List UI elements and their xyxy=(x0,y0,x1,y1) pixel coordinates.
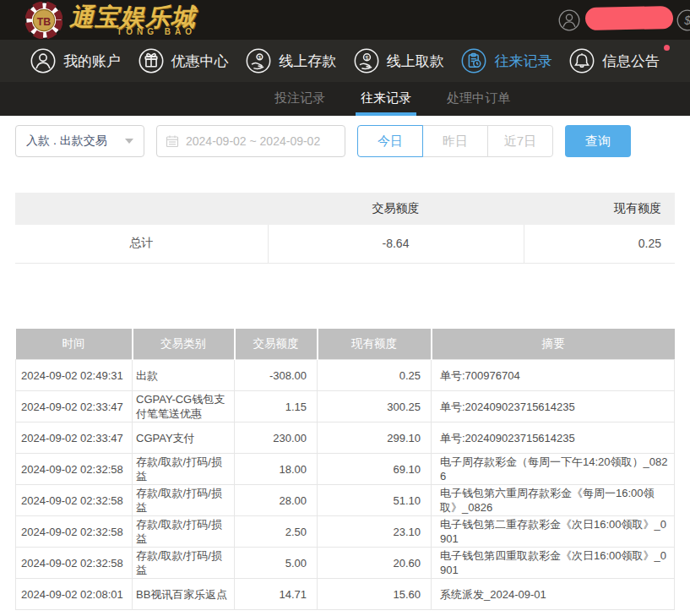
cell-balance: 23.10 xyxy=(318,516,432,548)
cell-type: CGPAY-CG钱包支付笔笔送优惠 xyxy=(133,391,235,422)
poker-chip-icon: TB xyxy=(25,2,62,39)
redaction-blob xyxy=(585,6,674,30)
cell-time: 2024-09-02 02:49:31 xyxy=(16,360,133,391)
summary-trade-amount: -8.64 xyxy=(268,225,524,263)
summary-row: 总计 -8.64 0.25 xyxy=(15,225,675,263)
cell-trade-amount: 230.00 xyxy=(235,422,318,454)
date-range-input[interactable]: 2024-09-02 ~ 2024-09-02 xyxy=(156,125,345,157)
cell-balance: 300.25 xyxy=(318,391,432,422)
cell-type: 存款/取款/打码/损益 xyxy=(133,485,235,516)
transactions-body: 2024-09-02 02:49:31 出款 -308.00 0.25 单号:7… xyxy=(16,360,675,610)
transaction-type-value: 入款 . 出款交易 xyxy=(26,134,107,149)
cell-type: BB视讯百家乐返点 xyxy=(133,579,235,610)
col-header-balance: 现有额度 xyxy=(318,329,432,360)
user-icon xyxy=(30,48,56,74)
cell-trade-amount: 2.50 xyxy=(235,516,318,548)
summary-header-trade-amount: 交易额度 xyxy=(268,193,524,225)
tab-transaction-records[interactable]: 往来记录 xyxy=(356,82,416,116)
summary-total-label: 总计 xyxy=(15,225,268,263)
table-row: 2024-09-02 02:33:47 CGPAY支付 230.00 299.1… xyxy=(16,422,675,454)
cell-type: CGPAY支付 xyxy=(133,422,235,454)
cell-balance: 15.60 xyxy=(318,579,432,610)
tab-pending-orders[interactable]: 处理中订单 xyxy=(442,82,515,116)
table-row: 2024-09-02 02:32:58 存款/取款/打码/损益 2.50 23.… xyxy=(16,516,675,548)
cell-time: 2024-09-02 02:08:01 xyxy=(16,579,133,610)
summary-table: 交易额度 现有额度 总计 -8.64 0.25 xyxy=(15,193,675,264)
cell-summary: 电子钱包第六重周存款彩金《每周一16:00领取》_0826 xyxy=(432,485,675,516)
transactions-table: 时间 交易类别 交易额度 现有额度 摘要 2024-09-02 02:49:31… xyxy=(15,329,675,611)
subnav: 投注记录 往来记录 处理中订单 xyxy=(0,82,690,116)
cell-summary: 单号:202409023715614235 xyxy=(432,391,675,422)
summary-balance: 0.25 xyxy=(524,225,675,263)
gift-icon xyxy=(139,48,164,74)
summary-header-empty xyxy=(15,193,268,225)
svg-text:$: $ xyxy=(365,55,368,61)
account-user-icon[interactable] xyxy=(558,9,580,31)
nav-item-my-account[interactable]: 我的账户 xyxy=(30,48,121,74)
col-header-type: 交易类别 xyxy=(133,329,235,360)
cell-time: 2024-09-02 02:32:58 xyxy=(16,548,133,579)
search-button[interactable]: 查询 xyxy=(565,125,631,157)
cell-summary: 单号:700976704 xyxy=(432,360,675,391)
balance-dollar-icon[interactable]: $ xyxy=(676,9,690,31)
cell-trade-amount: 14.71 xyxy=(235,579,318,610)
cell-time: 2024-09-02 02:32:58 xyxy=(16,454,133,485)
nav-item-transaction-records[interactable]: 往来记录 xyxy=(461,48,551,74)
cell-trade-amount: 18.00 xyxy=(235,454,318,485)
nav-item-announcements[interactable]: 信息公告 xyxy=(569,48,660,74)
main-nav: 我的账户 优惠中心 $ 线上存款 $ 线上取款 xyxy=(0,40,690,82)
cell-balance: 0.25 xyxy=(318,360,432,391)
table-row: 2024-09-02 02:49:31 出款 -308.00 0.25 单号:7… xyxy=(16,360,675,391)
cell-type: 出款 xyxy=(133,360,235,391)
nav-item-promotions[interactable]: 优惠中心 xyxy=(139,48,229,74)
cell-type: 存款/取款/打码/损益 xyxy=(133,548,235,579)
col-header-trade-amount: 交易额度 xyxy=(235,329,318,360)
nav-item-deposit[interactable]: $ 线上存款 xyxy=(246,48,336,74)
nav-item-withdraw[interactable]: $ 线上取款 xyxy=(354,48,444,74)
quick-range-group: 今日 昨日 近7日 xyxy=(357,125,553,157)
svg-text:TB: TB xyxy=(37,16,52,28)
chevron-down-icon xyxy=(125,139,133,144)
table-row: 2024-09-02 02:32:58 存款/取款/打码/损益 5.00 20.… xyxy=(16,548,675,579)
cell-summary: 单号:202409023715614235 xyxy=(432,422,675,454)
brand-name-cn: 通宝娱乐城 xyxy=(69,4,196,30)
filter-bar: 入款 . 出款交易 2024-09-02 ~ 2024-09-02 今日 昨日 … xyxy=(0,116,690,157)
cell-time: 2024-09-02 02:32:58 xyxy=(16,516,133,548)
yesterday-button[interactable]: 昨日 xyxy=(422,125,488,157)
transaction-type-select[interactable]: 入款 . 出款交易 xyxy=(15,125,144,157)
cell-time: 2024-09-02 02:33:47 xyxy=(16,422,133,454)
cell-balance: 69.10 xyxy=(318,454,432,485)
col-header-summary: 摘要 xyxy=(432,329,675,360)
calendar-icon xyxy=(166,134,179,148)
table-row: 2024-09-02 02:33:47 CGPAY-CG钱包支付笔笔送优惠 1.… xyxy=(16,391,675,422)
tab-betting-records[interactable]: 投注记录 xyxy=(269,82,330,116)
table-row: 2024-09-02 02:32:58 存款/取款/打码/损益 18.00 69… xyxy=(16,454,675,485)
cell-summary: 系统派发_2024-09-01 xyxy=(432,579,675,610)
brand-logo[interactable]: TB 通宝娱乐城 TONG BAO xyxy=(25,2,196,39)
date-range-value: 2024-09-02 ~ 2024-09-02 xyxy=(186,134,320,148)
cell-summary: 电子周存款彩金（每周一下午14:20领取）_0826 xyxy=(432,454,675,485)
table-row: 2024-09-02 02:32:58 存款/取款/打码/损益 28.00 51… xyxy=(16,485,675,516)
cell-type: 存款/取款/打码/损益 xyxy=(133,516,235,548)
topbar: TB 通宝娱乐城 TONG BAO $ xyxy=(0,0,690,40)
cell-summary: 电子钱包第二重存款彩金《次日16:00领取》_0901 xyxy=(432,516,675,548)
cell-time: 2024-09-02 02:33:47 xyxy=(16,391,133,422)
withdraw-icon: $ xyxy=(354,48,379,74)
cell-balance: 299.10 xyxy=(318,422,432,454)
cell-trade-amount: 1.15 xyxy=(235,391,318,422)
cell-trade-amount: 5.00 xyxy=(235,548,318,579)
cell-type: 存款/取款/打码/损益 xyxy=(133,454,235,485)
cell-time: 2024-09-02 02:32:58 xyxy=(16,485,133,516)
notification-dot xyxy=(664,45,670,51)
cell-summary: 电子钱包第四重取款彩金《次日16:00领取》_0901 xyxy=(432,548,675,579)
bell-icon xyxy=(569,48,595,74)
cell-balance: 51.10 xyxy=(318,485,432,516)
col-header-time: 时间 xyxy=(16,329,133,360)
table-row: 2024-09-02 02:08:01 BB视讯百家乐返点 14.71 15.6… xyxy=(16,579,675,610)
records-icon xyxy=(461,48,486,74)
today-button[interactable]: 今日 xyxy=(357,125,423,157)
last7days-button[interactable]: 近7日 xyxy=(487,125,553,157)
cell-trade-amount: -308.00 xyxy=(235,360,318,391)
svg-text:$: $ xyxy=(683,13,690,26)
deposit-icon: $ xyxy=(246,48,271,74)
